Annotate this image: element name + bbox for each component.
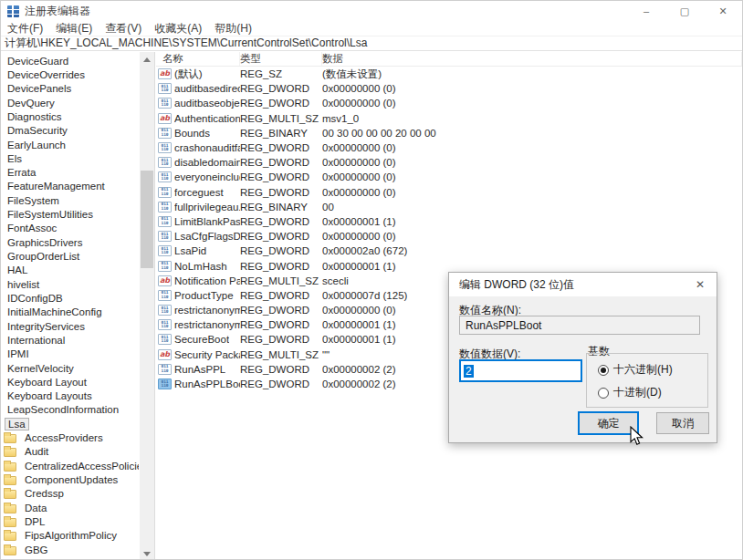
reg-dword-icon [158,379,172,389]
value-row-crashonauditfail[interactable]: crashonauditfailREG_DWORD0x00000000 (0) [156,140,742,155]
value-row--[interactable]: (默认)REG_SZ(数值未设置) [156,67,742,81]
cancel-button[interactable]: 取消 [656,412,709,434]
tree-item-label: DeviceGuard [5,56,71,67]
tree-item-errata[interactable]: Errata [1,166,139,180]
value-name-text: LsaCfgFlagsDe... [174,231,240,242]
tree-item-diagnostics[interactable]: Diagnostics [1,109,139,123]
tree-item-label: FeatureManagement [5,181,108,192]
value-row-lsapid[interactable]: LsaPidREG_DWORD0x000002a0 (672) [156,244,742,258]
value-row-authentication-[interactable]: Authentication ...REG_MULTI_SZmsv1_0 [156,111,742,126]
tree-item-data[interactable]: Data [1,501,139,514]
tree-item-featuremanagement[interactable]: FeatureManagement [1,180,139,193]
menu-view[interactable]: 查看(V) [99,21,148,36]
registry-editor-icon [7,5,19,17]
value-type-cell: REG_MULTI_SZ [240,113,322,124]
tree-item-label: HAL [5,264,30,275]
tree-item-fontassoc[interactable]: FontAssoc [1,222,139,235]
column-header-name[interactable]: 名称 [156,52,240,66]
tree-item-els[interactable]: Els [1,151,139,165]
tree-item-dmasecurity[interactable]: DmaSecurity [1,124,139,138]
tree-item-kernelvelocity[interactable]: KernelVelocity [1,361,139,375]
value-name-cell: everyoneinclud... [156,171,240,182]
tree-item-label: Data [22,503,49,513]
tree-item-hal[interactable]: HAL [1,264,139,277]
value-type-cell: REG_SZ [240,68,322,79]
value-row-disabledomain-[interactable]: disabledomain...REG_DWORD0x00000000 (0) [156,155,742,170]
tree-item-keyboard-layout[interactable]: Keyboard Layout [1,375,139,389]
menu-help[interactable]: 帮助(H) [208,21,258,36]
value-row-everyoneinclud-[interactable]: everyoneinclud...REG_DWORD0x00000000 (0) [156,170,742,184]
column-header-data[interactable]: 数据 [322,52,742,66]
tree-scrollbar[interactable] [140,52,154,560]
value-type-cell: REG_BINARY [240,202,322,213]
value-type-cell: REG_DWORD [240,142,322,153]
value-row-fullprivilegeau-[interactable]: fullprivilegeau...REG_BINARY00 [156,200,742,214]
tree-item-initialmachineconfig[interactable]: InitialMachineConfig [1,306,139,319]
tree-item-leapsecondinformation[interactable]: LeapSecondInformation [1,403,139,417]
scroll-up-icon[interactable] [140,52,154,67]
close-button[interactable]: ✕ [704,1,742,21]
value-row-auditbaseobje-[interactable]: auditbaseobje...REG_DWORD0x00000000 (0) [156,96,742,110]
value-name-cell: NoLmHash [156,261,240,272]
tree-item-filesystem[interactable]: FileSystem [1,193,139,207]
tree-item-keyboard-layouts[interactable]: Keyboard Layouts [1,389,139,403]
tree-item-devquery[interactable]: DevQuery [1,96,139,109]
value-name-cell: Authentication ... [156,113,240,124]
maximize-button[interactable]: ▢ [665,1,704,21]
radio-selected-icon[interactable] [598,365,609,376]
tree-item-idconfigdb[interactable]: IDConfigDB [1,291,139,305]
tree-item-grouporderlist[interactable]: GroupOrderList [1,249,139,263]
tree-item-accessproviders[interactable]: AccessProviders [1,430,139,444]
reg-dword-icon [158,334,172,345]
hexadecimal-radio[interactable]: 十六进制(H) [598,362,673,378]
menu-file[interactable]: 文件(F) [1,21,49,36]
tree-item-hivelist[interactable]: hivelist [1,277,139,291]
tree-item-devicepanels[interactable]: DevicePanels [1,82,139,96]
value-name-text: everyoneinclud... [174,171,240,182]
tree-item-deviceoverrides[interactable]: DeviceOverrides [1,67,139,81]
tree-item-centralizedaccesspolicies[interactable]: CentralizedAccessPolicies [1,459,139,472]
tree-item-earlylaunch[interactable]: EarlyLaunch [1,138,139,151]
menu-favorites[interactable]: 收藏夹(A) [148,21,208,36]
value-row-lsacfgflagsde-[interactable]: LsaCfgFlagsDe...REG_DWORD0x00000000 (0) [156,229,742,244]
tree-item-componentupdates[interactable]: ComponentUpdates [1,472,139,486]
minimize-button[interactable]: – [627,1,665,21]
tree-item-integrityservices[interactable]: IntegrityServices [1,319,139,333]
value-data-cell: 0x00000000 (0) [322,231,742,242]
tree-item-audit[interactable]: Audit [1,445,139,459]
value-data-input[interactable]: 2 [459,359,582,382]
scroll-down-icon[interactable] [140,546,154,560]
value-row-limitblankpass-[interactable]: LimitBlankPass...REG_DWORD0x00000001 (1) [156,214,742,229]
tree-item-deviceguard[interactable]: DeviceGuard [1,54,139,67]
tree-item-lsa[interactable]: Lsa [1,417,139,430]
reg-dword-icon [158,157,172,168]
value-row-auditbasedirec-[interactable]: auditbasedirec...REG_DWORD0x00000000 (0) [156,81,742,96]
tree-item-credssp[interactable]: Credssp [1,487,139,501]
value-row-forceguest[interactable]: forceguestREG_DWORD0x00000000 (0) [156,185,742,200]
tree-item-ipmi[interactable]: IPMI [1,347,139,361]
column-header-type[interactable]: 类型 [240,52,322,66]
tree-item-dpl[interactable]: DPL [1,514,139,528]
registry-path[interactable]: 计算机\HKEY_LOCAL_MACHINE\SYSTEM\CurrentCon… [1,36,367,51]
tree-item-filesystemutilities[interactable]: FileSystemUtilities [1,207,139,221]
value-name-text: auditbasedirec... [174,83,240,94]
address-bar[interactable]: 计算机\HKEY_LOCAL_MACHINE\SYSTEM\CurrentCon… [1,36,742,51]
tree-item-graphicsdrivers[interactable]: GraphicsDrivers [1,235,139,249]
scrollbar-thumb[interactable] [141,171,153,268]
tree-item-gbg[interactable]: GBG [1,543,139,556]
value-row-bounds[interactable]: BoundsREG_BINARY00 30 00 00 00 20 00 00 [156,126,742,140]
value-name-text: Bounds [174,128,210,139]
menu-edit[interactable]: 编辑(E) [49,21,99,36]
tree-item-label: Els [5,153,25,164]
tree-item-label: DPL [22,516,47,527]
reg-dword-icon [158,305,172,316]
tree-item-fipsalgorithmpolicy[interactable]: FipsAlgorithmPolicy [1,529,139,543]
value-type-cell: REG_DWORD [240,245,322,256]
dialog-close-icon[interactable]: ✕ [684,273,717,296]
tree-item-international[interactable]: International [1,333,139,347]
dialog-title: 编辑 DWORD (32 位)值 [449,277,574,293]
radio-unselected-icon[interactable] [598,388,609,399]
tree-item-label: IntegrityServices [5,321,88,332]
decimal-radio[interactable]: 十进制(D) [598,385,662,400]
value-type-cell: REG_DWORD [240,157,322,168]
